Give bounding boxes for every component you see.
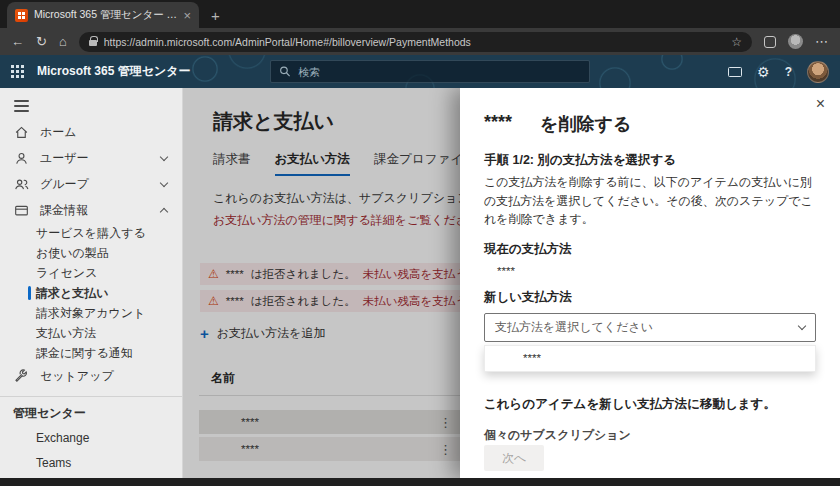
sidebar-item-exchange[interactable]: Exchange xyxy=(0,425,182,450)
sidebar-item-label: グループ xyxy=(40,176,89,193)
search-input[interactable] xyxy=(298,66,581,78)
sidebar-item-label: 課金情報 xyxy=(40,202,88,219)
wrench-icon xyxy=(14,369,29,384)
sidebar-nav: ホーム ユーザー グループ 課金情報 サービスを購入する お使いの製品 ライセン… xyxy=(0,88,183,478)
new-tab-button[interactable]: + xyxy=(211,8,220,23)
browser-toolbar: ← ↻ ⌂ https://admin.microsoft.com/AdminP… xyxy=(0,28,840,55)
account-avatar[interactable] xyxy=(807,61,829,83)
chevron-down-icon xyxy=(798,322,806,330)
next-button[interactable]: 次へ xyxy=(484,445,544,471)
browser-menu-icon[interactable]: ⋯ xyxy=(815,34,829,49)
step-title: 手順 1/2: 別の支払方法を選択する xyxy=(484,152,816,169)
panel-title-action: を削除する xyxy=(540,112,631,136)
browser-tab-bar: Microsoft 365 管理センター - Bills × + xyxy=(0,0,840,28)
gear-icon[interactable]: ⚙ xyxy=(757,65,770,79)
browser-home-icon[interactable]: ⌂ xyxy=(59,35,67,48)
hamburger-icon xyxy=(14,100,29,112)
select-placeholder: 支払方法を選択してください xyxy=(495,319,653,336)
home-icon xyxy=(14,125,29,140)
select-dropdown: **** xyxy=(484,345,816,372)
sidebar-item-label: ライセンス xyxy=(36,265,97,282)
user-icon xyxy=(14,151,29,166)
refresh-icon[interactable]: ↻ xyxy=(36,35,47,48)
nav-collapse-button[interactable] xyxy=(0,93,182,119)
sidebar-admin-centers-header: 管理センター xyxy=(0,402,182,425)
extensions-icon[interactable] xyxy=(764,36,776,48)
new-method-label: 新しい支払方法 xyxy=(484,289,816,306)
m365-favicon-icon xyxy=(15,9,28,22)
sidebar-item-payment-methods[interactable]: 支払い方法 xyxy=(0,323,182,343)
panel-title-card: **** xyxy=(484,112,512,136)
sidebar-item-label: 支払い方法 xyxy=(36,325,96,342)
tab-close-icon[interactable]: × xyxy=(183,9,191,22)
sidebar-item-licenses[interactable]: ライセンス xyxy=(0,263,182,283)
sidebar-item-groups[interactable]: グループ xyxy=(0,171,182,197)
move-items-text: これらのアイテムを新しい支払方法に移動します。 xyxy=(484,396,816,413)
sidebar-item-home[interactable]: ホーム xyxy=(0,119,182,145)
sidebar-item-billing[interactable]: 課金情報 xyxy=(0,197,182,223)
sidebar-item-label: Exchange xyxy=(36,431,89,445)
panel-title: **** を削除する xyxy=(484,112,816,136)
sidebar-item-label: 課金に関する通知 xyxy=(36,345,133,362)
sidebar-item-purchase-services[interactable]: サービスを購入する xyxy=(0,223,182,243)
app-launcher-icon[interactable] xyxy=(0,55,34,88)
sidebar-item-label: ホーム xyxy=(40,124,77,141)
m365-header: Microsoft 365 管理センター ⚙ ? xyxy=(0,55,840,88)
browser-profile-icon[interactable] xyxy=(788,34,803,49)
url-text: https://admin.microsoft.com/AdminPortal/… xyxy=(104,36,724,48)
people-icon xyxy=(14,177,29,192)
display-icon[interactable] xyxy=(728,67,742,77)
app-body: ホーム ユーザー グループ 課金情報 サービスを購入する お使いの製品 ライセン… xyxy=(0,88,840,478)
sidebar-item-label: Teams xyxy=(36,456,71,470)
sidebar-item-label: ユーザー xyxy=(40,150,89,167)
close-icon[interactable]: × xyxy=(816,96,825,112)
payment-method-select[interactable]: 支払方法を選択してください xyxy=(484,313,816,342)
sidebar-item-billing-accounts[interactable]: 請求対象アカウント xyxy=(0,303,182,323)
search-icon xyxy=(279,65,291,78)
browser-window: Microsoft 365 管理センター - Bills × + ← ↻ ⌂ h… xyxy=(0,0,840,486)
header-icons: ⚙ ? xyxy=(728,61,840,83)
current-method-label: 現在の支払方法 xyxy=(484,241,816,258)
app-title[interactable]: Microsoft 365 管理センター xyxy=(37,63,191,80)
sidebar-item-users[interactable]: ユーザー xyxy=(0,145,182,171)
sidebar-item-billing-notifications[interactable]: 課金に関する通知 xyxy=(0,343,182,363)
sidebar-item-label: 請求と支払い xyxy=(36,285,109,302)
lock-icon xyxy=(89,40,97,46)
sidebar-item-label: サービスを購入する xyxy=(36,225,146,242)
chevron-down-icon xyxy=(160,152,168,160)
sidebar-item-setup[interactable]: セットアップ xyxy=(0,363,182,389)
dropdown-option[interactable]: **** xyxy=(523,352,541,364)
browser-tab[interactable]: Microsoft 365 管理センター - Bills × xyxy=(7,2,199,28)
header-search-box[interactable] xyxy=(270,60,590,83)
step-description: この支払方法を削除する前に、以下のアイテムの支払いに別の支払方法を選択してくださ… xyxy=(484,173,816,229)
sidebar-item-label: セットアップ xyxy=(40,368,114,385)
sidebar-item-label: 請求対象アカウント xyxy=(36,305,145,322)
favorite-star-icon[interactable]: ☆ xyxy=(731,35,742,49)
sidebar-divider xyxy=(0,396,182,397)
address-bar[interactable]: https://admin.microsoft.com/AdminPortal/… xyxy=(79,32,752,52)
chevron-up-icon xyxy=(160,207,168,215)
sidebar-item-your-products[interactable]: お使いの製品 xyxy=(0,243,182,263)
sidebar-item-bills-payments[interactable]: 請求と支払い xyxy=(0,283,182,303)
window-bottom-edge xyxy=(0,478,840,486)
help-icon[interactable]: ? xyxy=(785,65,792,79)
sidebar-item-teams[interactable]: Teams xyxy=(0,450,182,475)
back-icon[interactable]: ← xyxy=(11,35,24,48)
current-method-value: **** xyxy=(484,265,816,277)
sidebar-item-label: お使いの製品 xyxy=(36,245,109,262)
delete-payment-method-panel: × **** を削除する 手順 1/2: 別の支払方法を選択する この支払方法を… xyxy=(460,88,840,478)
billing-icon xyxy=(14,203,29,218)
chevron-down-icon xyxy=(160,178,168,186)
tab-title: Microsoft 365 管理センター - Bills xyxy=(34,8,177,22)
subscriptions-label: 個々のサブスクリプション xyxy=(484,427,816,444)
